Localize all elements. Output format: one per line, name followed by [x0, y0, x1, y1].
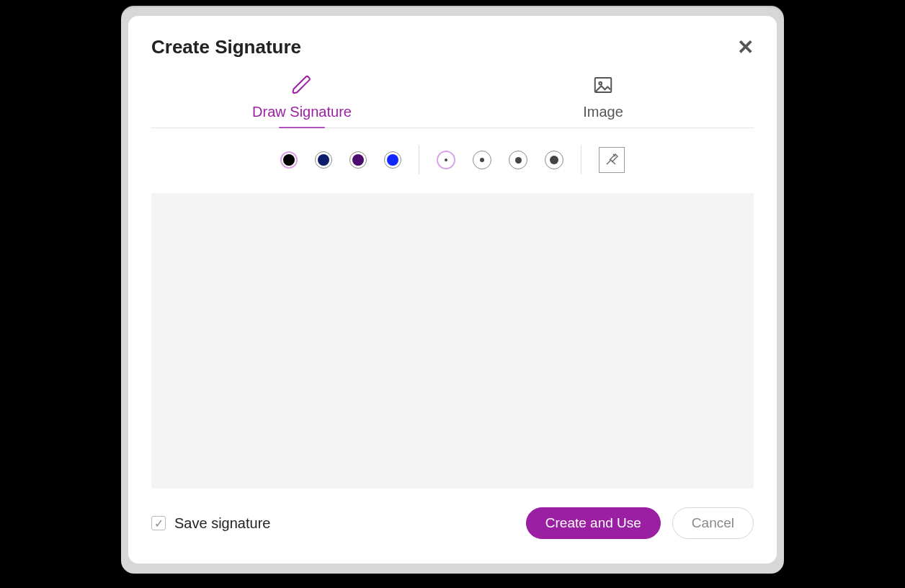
size-inner: [550, 156, 558, 164]
save-signature-group: ✓ Save signature: [151, 515, 270, 532]
size-inner: [515, 157, 522, 164]
pencil-icon: [291, 74, 313, 99]
image-icon: [592, 74, 614, 99]
modal-header: Create Signature ✕: [151, 36, 754, 58]
create-signature-modal: Create Signature ✕ Draw Signature Image: [128, 16, 777, 564]
tab-image[interactable]: Image: [452, 74, 754, 128]
save-signature-checkbox[interactable]: ✓: [151, 516, 166, 530]
color-swatch-black[interactable]: [280, 151, 298, 169]
size-inner: [445, 159, 447, 161]
color-swatches: [280, 151, 401, 169]
close-icon: ✕: [737, 36, 754, 58]
action-buttons: Create and Use Cancel: [526, 507, 754, 539]
stroke-size-xs[interactable]: [437, 151, 455, 169]
modal-footer: ✓ Save signature Create and Use Cancel: [151, 507, 754, 539]
tabs: Draw Signature Image: [151, 74, 754, 128]
separator: [581, 146, 581, 174]
swatch-fill: [387, 154, 398, 166]
signature-canvas[interactable]: [151, 193, 754, 489]
color-swatch-navy[interactable]: [315, 151, 332, 169]
tab-label: Image: [583, 104, 623, 120]
swatch-fill: [283, 154, 295, 166]
stroke-size-lg[interactable]: [545, 151, 563, 169]
color-swatch-blue[interactable]: [384, 151, 401, 169]
stroke-size-sm[interactable]: [473, 151, 491, 169]
size-inner: [480, 158, 484, 162]
close-button[interactable]: ✕: [737, 37, 754, 58]
stroke-sizes: [437, 151, 563, 169]
stroke-size-md[interactable]: [509, 151, 527, 169]
draw-toolbar: [151, 146, 754, 174]
swatch-fill: [318, 154, 329, 166]
color-swatch-purple[interactable]: [349, 151, 367, 169]
svg-point-1: [599, 82, 602, 85]
modal-backdrop: Create Signature ✕ Draw Signature Image: [121, 6, 784, 574]
separator: [419, 146, 419, 174]
cancel-button[interactable]: Cancel: [672, 507, 754, 539]
tab-draw-signature[interactable]: Draw Signature: [151, 74, 452, 128]
create-and-use-button[interactable]: Create and Use: [526, 507, 661, 539]
save-signature-label: Save signature: [174, 515, 270, 532]
swatch-fill: [352, 154, 364, 166]
eraser-brush-icon: [603, 151, 620, 170]
tab-label: Draw Signature: [252, 104, 352, 120]
clear-canvas-button[interactable]: [599, 147, 625, 173]
checkmark-icon: ✓: [154, 517, 164, 530]
modal-title: Create Signature: [151, 36, 301, 58]
